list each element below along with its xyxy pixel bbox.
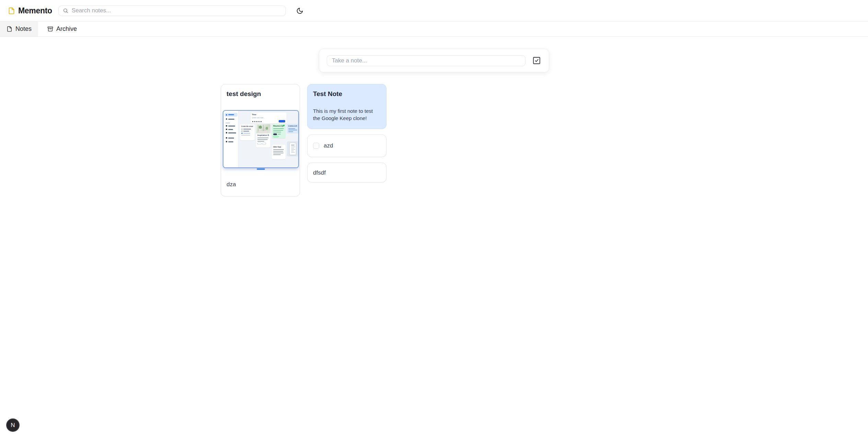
search-icon [63,8,68,13]
notes-grid: test design [221,84,386,197]
checklist-item-label: azd [324,142,333,150]
preview-card-idea: Idée App [272,145,286,159]
profile-avatar-button[interactable]: N [6,418,20,432]
note-composer [319,49,549,72]
preview-card-list: Liste de courses [240,124,255,140]
check-square-icon [532,56,541,65]
file-icon [7,26,12,32]
interior-photo [256,124,270,133]
tab-notes-label: Notes [15,25,32,33]
new-checklist-button[interactable] [532,56,541,66]
app-header: Memento [0,0,868,22]
tab-notes[interactable]: Notes [0,22,38,36]
search-input[interactable] [72,7,281,14]
note-title: Test Note [313,90,381,98]
checklist-checkbox[interactable] [313,143,319,149]
search-box [58,5,286,16]
note-card-test-note[interactable]: Test Note This is my first note to test … [307,84,386,129]
note-title: test design [221,90,300,98]
preview-card-phone [287,141,299,156]
app-title: Memento [18,6,52,15]
take-a-note-input[interactable] [327,55,525,66]
tab-bar: Notes Archive [0,22,868,37]
note-content: dza [221,180,300,189]
note-content: This is my first note to test the Google… [313,107,381,122]
archive-icon [47,26,53,32]
moon-icon [296,7,303,14]
preview-resize-handle [257,168,265,170]
preview-composer: Titre Créer une note... [251,113,287,123]
tab-archive[interactable]: Archive [38,22,86,36]
preview-card-photo: Inspiration Déco [256,124,270,147]
theme-toggle-button[interactable] [294,4,306,17]
app-logo: Memento [8,6,52,15]
note-image-design-preview: Titre Créer une note... Liste de courses [221,110,300,170]
file-icon [8,7,15,14]
notes-column-1: test design [221,84,300,197]
preview-card-blue: Livres à lire [287,124,299,133]
notes-column-2: Test Note This is my first note to test … [307,84,386,197]
preview-sidebar [223,111,239,167]
note-card-dfsdf[interactable]: dfsdf [307,163,386,182]
preview-card-green: Réunion Q4 [272,124,286,138]
avatar-initial: N [11,422,15,429]
preview-window: Titre Créer une note... Liste de courses [223,110,299,168]
note-card-test-design[interactable]: test design [221,84,300,197]
note-card-azd[interactable]: azd [307,134,386,157]
tab-archive-label: Archive [56,25,77,33]
note-content: dfsdf [313,169,381,177]
